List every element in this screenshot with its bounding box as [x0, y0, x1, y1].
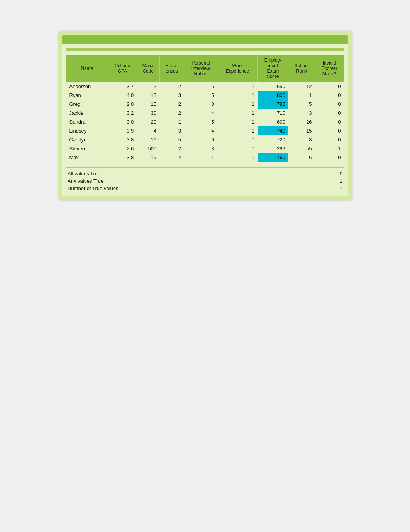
cell-college_gpa: 3.9 — [108, 126, 137, 135]
cell-major_code: 19 — [137, 153, 159, 162]
cell-school_rank: 6 — [288, 153, 315, 162]
col-header-major_code: MajorCode — [137, 55, 159, 82]
cell-name: Sandra — [66, 117, 108, 126]
cell-employment_exam: 780 — [258, 100, 288, 109]
cell-interview_rating: 1 — [184, 153, 217, 162]
cell-major_code: 2 — [137, 82, 159, 91]
col-header-college_gpa: CollegeGPA — [108, 55, 137, 82]
cell-school_rank: 5 — [288, 100, 315, 109]
cell-school_rank: 12 — [288, 82, 315, 91]
table-header: NameCollegeGPAMajorCodeRefer-encesPerson… — [66, 55, 344, 82]
footer-label-2: Number of True values — [68, 185, 331, 191]
cell-school_rank: 15 — [288, 126, 315, 135]
cell-major_code: 4 — [137, 126, 159, 135]
cell-name: Max — [66, 153, 108, 162]
cell-name: Jackie — [66, 109, 108, 117]
cell-work_experience: 1 — [217, 117, 258, 126]
footer-row-2: Number of True values1 — [66, 185, 344, 192]
cell-school_rank: 26 — [288, 117, 315, 126]
cell-references: 4 — [159, 153, 184, 162]
cell-school_rank: 55 — [288, 144, 315, 153]
cell-work_experience: 1 — [217, 91, 258, 100]
cell-interview_rating: 5 — [184, 117, 217, 126]
table-body: Anderson3.72251650120Ryan4.01835180010Gr… — [66, 82, 344, 162]
footer-value-0: 0 — [331, 171, 342, 177]
cell-school_rank: 3 — [288, 109, 315, 117]
cell-invalid_scores_major: 0 — [315, 126, 344, 135]
cell-employment_exam: 710 — [258, 109, 288, 117]
footer-label-0: All values True — [68, 171, 331, 177]
table-row: Ryan4.01835180010 — [66, 91, 344, 100]
cell-invalid_scores_major: 0 — [315, 135, 344, 144]
cell-work_experience: 1 — [217, 109, 258, 117]
cell-employment_exam: 800 — [258, 91, 288, 100]
cell-college_gpa: 3.7 — [108, 82, 137, 91]
table-row: Carolyn3.81656072080 — [66, 135, 344, 144]
cell-major_code: 30 — [137, 109, 159, 117]
cell-name: Anderson — [66, 82, 108, 91]
col-header-invalid_scores_major: InvalidScores/Major? — [315, 55, 344, 82]
cell-invalid_scores_major: 0 — [315, 100, 344, 109]
data-table: NameCollegeGPAMajorCodeRefer-encesPerson… — [66, 55, 344, 162]
cell-interview_rating: 4 — [184, 109, 217, 117]
cell-work_experience: 1 — [217, 82, 258, 91]
cell-interview_rating: 5 — [184, 91, 217, 100]
cell-invalid_scores_major: 0 — [315, 153, 344, 162]
cell-invalid_scores_major: 1 — [315, 144, 344, 153]
inner-container: NameCollegeGPAMajorCodeRefer-encesPerson… — [62, 44, 348, 196]
cell-interview_rating: 3 — [184, 144, 217, 153]
cell-name: Ryan — [66, 91, 108, 100]
cell-references: 2 — [159, 144, 184, 153]
footer-section: All values True0Any values True1Number o… — [66, 167, 344, 192]
cell-work_experience: 0 — [217, 144, 258, 153]
cell-references: 2 — [159, 100, 184, 109]
cell-name: Steven — [66, 144, 108, 153]
cell-name: Carolyn — [66, 135, 108, 144]
cell-employment_exam: 740 — [258, 126, 288, 135]
cell-interview_rating: 5 — [184, 82, 217, 91]
cell-invalid_scores_major: 0 — [315, 117, 344, 126]
table-row: Lindsey3.94341740150 — [66, 126, 344, 135]
cell-college_gpa: 4.0 — [108, 91, 137, 100]
col-header-references: Refer-ences — [159, 55, 184, 82]
cell-major_code: 18 — [137, 91, 159, 100]
cell-college_gpa: 3.8 — [108, 153, 137, 162]
cell-college_gpa: 2.6 — [108, 144, 137, 153]
col-header-name: Name — [66, 55, 108, 82]
table-row: Sandra3.020151600260 — [66, 117, 344, 126]
cell-major_code: 16 — [137, 135, 159, 144]
col-header-interview_rating: PersonalInterviewRating — [184, 55, 217, 82]
sub-header-bar — [66, 48, 344, 51]
cell-major_code: 500 — [137, 144, 159, 153]
cell-work_experience: 0 — [217, 135, 258, 144]
cell-references: 3 — [159, 126, 184, 135]
cell-employment_exam: 720 — [258, 135, 288, 144]
footer-row-0: All values True0 — [66, 170, 344, 177]
cell-interview_rating: 4 — [184, 126, 217, 135]
cell-work_experience: 1 — [217, 153, 258, 162]
cell-employment_exam: 760 — [258, 153, 288, 162]
table-row: Greg2.01523178050 — [66, 100, 344, 109]
cell-interview_rating: 6 — [184, 135, 217, 144]
col-header-school_rank: SchoolRank — [288, 55, 315, 82]
cell-invalid_scores_major: 0 — [315, 82, 344, 91]
main-container: NameCollegeGPAMajorCodeRefer-encesPerson… — [58, 31, 352, 200]
table-row: Steven2.6500230299551 — [66, 144, 344, 153]
cell-college_gpa: 2.0 — [108, 100, 137, 109]
cell-school_rank: 8 — [288, 135, 315, 144]
cell-references: 5 — [159, 135, 184, 144]
cell-name: Lindsey — [66, 126, 108, 135]
cell-major_code: 20 — [137, 117, 159, 126]
cell-references: 2 — [159, 82, 184, 91]
footer-value-2: 1 — [331, 185, 342, 191]
col-header-employment_exam: Employ-mentExamScore — [258, 55, 288, 82]
cell-school_rank: 1 — [288, 91, 315, 100]
cell-interview_rating: 3 — [184, 100, 217, 109]
cell-references: 2 — [159, 109, 184, 117]
cell-work_experience: 1 — [217, 126, 258, 135]
cell-college_gpa: 3.2 — [108, 109, 137, 117]
cell-references: 1 — [159, 117, 184, 126]
cell-employment_exam: 650 — [258, 82, 288, 91]
table-row: Anderson3.72251650120 — [66, 82, 344, 91]
cell-major_code: 15 — [137, 100, 159, 109]
